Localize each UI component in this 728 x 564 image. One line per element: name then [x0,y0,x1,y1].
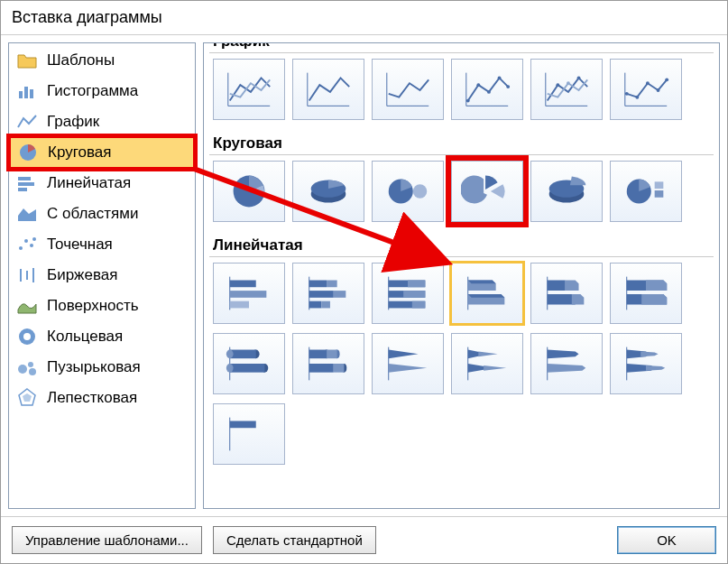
svg-rect-57 [230,281,256,288]
dialog-content: Шаблоны Гистограмма График Круговая [1,35,727,516]
column-chart-icon [16,81,38,101]
svg-point-50 [413,184,427,198]
pie-chart-row [209,161,714,222]
dialog-title: Вставка диаграммы [1,1,727,35]
chart-thumb-pie-4[interactable] [451,161,523,222]
chart-thumb-bar-6[interactable] [610,263,682,324]
chart-type-sidebar: Шаблоны Гистограмма График Круговая [8,42,196,509]
chart-thumb-pie-2[interactable] [292,161,364,222]
svg-rect-55 [655,190,664,198]
svg-rect-88 [327,350,337,359]
bar-chart-row-1 [209,263,714,324]
folder-icon [16,51,38,70]
sidebar-item-stock[interactable]: Биржевая [9,260,195,291]
sidebar-item-label: Кольцевая [47,328,123,346]
svg-rect-63 [309,291,334,298]
sidebar-item-column[interactable]: Гистограмма [9,76,195,106]
chart-thumb-bar-3[interactable] [372,263,444,324]
line-chart-row [209,59,714,120]
svg-rect-59 [230,301,249,309]
svg-rect-6 [18,188,27,191]
chart-thumb-pie-5[interactable] [530,161,603,222]
svg-point-18 [29,368,36,375]
line-chart-icon [16,112,38,132]
svg-rect-5 [18,182,34,186]
chart-thumb-bar-1[interactable] [213,263,285,324]
sidebar-item-label: С областями [47,205,138,223]
chart-thumb-pie-1[interactable] [213,161,285,222]
svg-point-41 [625,92,629,96]
chart-thumb-bar-13[interactable] [213,403,285,465]
chart-thumb-bar-4[interactable] [451,263,523,324]
pie-chart-icon [17,143,39,162]
sidebar-item-label: Гистограмма [47,82,138,100]
chart-thumb-bar-10[interactable] [451,333,523,394]
svg-rect-58 [230,291,267,298]
sidebar-item-radar[interactable]: Лепестковая [9,383,195,413]
sidebar-item-area[interactable]: С областями [9,199,195,229]
sidebar-item-doughnut[interactable]: Кольцевая [9,321,195,352]
sidebar-item-label: Точечная [47,236,113,254]
svg-point-42 [635,96,639,99]
area-chart-icon [16,204,38,224]
chart-thumb-line-2[interactable] [292,59,364,120]
manage-templates-button[interactable]: Управление шаблонами... [12,526,202,554]
surface-chart-icon [16,296,38,316]
chart-thumb-bar-12[interactable] [610,333,682,394]
chart-thumb-pie-3[interactable] [372,161,444,222]
svg-point-44 [657,88,660,92]
chart-thumb-bar-8[interactable] [292,333,364,394]
chart-thumb-bar-7[interactable] [213,333,285,394]
sidebar-item-label: Линейчатая [47,174,131,192]
chart-thumb-line-1[interactable] [213,59,285,120]
sidebar-item-label: Пузырьковая [47,358,141,376]
svg-rect-71 [403,291,425,298]
chart-thumb-line-4[interactable] [451,59,523,120]
bar-chart-row-2 [209,333,714,394]
radar-chart-icon [16,388,38,408]
svg-point-80 [226,350,234,359]
svg-rect-61 [309,281,327,288]
stock-chart-icon [16,265,38,285]
chart-thumb-bar-9[interactable] [372,333,444,394]
svg-rect-64 [334,291,346,298]
svg-rect-54 [655,181,664,189]
svg-rect-2 [30,89,33,98]
chart-thumb-bar-5[interactable] [530,263,603,324]
svg-rect-65 [309,301,322,309]
sidebar-item-line[interactable]: График [9,106,195,137]
svg-point-31 [487,90,491,94]
chart-thumb-line-6[interactable] [610,59,682,120]
svg-rect-69 [408,281,425,288]
ok-button[interactable]: OK [617,526,716,554]
svg-point-36 [556,83,559,87]
chart-thumb-bar-11[interactable] [530,333,603,394]
sidebar-item-bar[interactable]: Линейчатая [9,168,195,199]
bubble-chart-icon [16,357,38,377]
sidebar-item-label: График [47,113,99,131]
scatter-chart-icon [16,235,38,254]
sidebar-item-surface[interactable]: Поверхность [9,291,195,321]
svg-point-16 [18,365,27,374]
svg-point-83 [226,364,234,373]
chart-thumb-bar-2[interactable] [292,263,364,324]
sidebar-item-label: Лепестковая [47,389,137,407]
svg-point-10 [32,237,36,241]
svg-point-15 [23,333,31,340]
sidebar-item-bubble[interactable]: Пузырьковая [9,352,195,383]
chart-thumb-pie-6[interactable] [610,161,682,222]
svg-point-38 [567,81,570,85]
set-default-button[interactable]: Сделать стандартной [213,526,376,554]
svg-rect-62 [327,281,337,288]
svg-point-37 [577,77,581,80]
chart-thumb-line-3[interactable] [372,59,444,120]
svg-point-7 [19,246,23,250]
sidebar-item-pie[interactable]: Круговая [9,136,195,169]
svg-rect-97 [230,421,256,429]
svg-point-43 [646,81,650,85]
svg-rect-73 [412,301,426,309]
sidebar-item-scatter[interactable]: Точечная [9,229,195,260]
svg-point-17 [28,362,33,367]
chart-thumb-line-5[interactable] [530,59,603,120]
sidebar-item-templates[interactable]: Шаблоны [9,45,195,76]
